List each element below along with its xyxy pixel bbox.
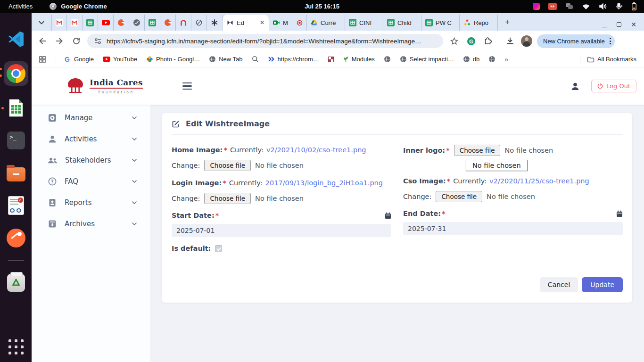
dock-item-trash[interactable] [6,272,26,293]
url-text[interactable]: https://icfnv5-staging.icfn.in/manage-se… [107,38,437,45]
tab-drive[interactable]: Curre [307,15,345,31]
cancel-button[interactable]: Cancel [540,277,578,292]
sidebar-item-manage[interactable]: Manage [32,107,150,128]
sidebar-toggle-button[interactable] [182,82,192,90]
bookmark-db[interactable]: db [463,56,479,63]
calendar-icon[interactable] [385,212,391,219]
address-bar[interactable]: https://icfnv5-staging.icfn.in/manage-se… [87,34,443,48]
microphone-icon[interactable] [616,3,623,10]
field-end-date: End Date:* [403,208,623,235]
bookmarks-overflow-button[interactable]: » [504,56,508,63]
bookmark-globe-icon[interactable] [488,56,495,63]
tab-search-button[interactable] [35,16,48,30]
close-window-icon[interactable]: ✕ [631,21,636,28]
logout-button[interactable]: Log Out [591,80,636,92]
start-date-input[interactable] [172,224,391,237]
dock-item-vscode[interactable] [6,29,26,49]
field-cso-image: Cso Image:* Currently: v2/2020/11/25/cso… [403,175,623,203]
sidebar-item-activities[interactable]: Activities [32,128,150,149]
update-button[interactable]: Update [582,277,623,292]
bookmarks-bar: GGoogle YouTube Photo - Googl… New Tab h… [32,51,644,67]
dock-item-document-viewer[interactable]: e [6,195,26,216]
close-tab-icon[interactable]: ✕ [260,19,264,26]
downloads-icon[interactable] [504,35,516,47]
files-icon [7,167,25,181]
focused-app-indicator[interactable]: Google Chrome [50,3,107,10]
profile-avatar[interactable] [521,35,532,47]
forward-button[interactable] [53,35,66,47]
notifications-icon[interactable] [565,3,573,10]
home-image-link[interactable]: v2/2021/10/02/cso-tree1.png [266,146,366,154]
dock-item-chrome[interactable] [4,61,28,86]
sidebar-item-stakeholders[interactable]: Stakeholders [32,149,150,171]
pinned-tab-youtube[interactable] [98,15,114,31]
reload-button[interactable] [70,35,83,47]
active-tab[interactable]: Ed ✕ [223,15,269,31]
grammarly-icon[interactable]: G [465,35,477,47]
bookmark-youtube[interactable]: YouTube [103,56,137,63]
calendar-icon[interactable] [616,210,623,217]
user-icon[interactable] [570,82,580,91]
pinned-tab-slashed-circle[interactable] [191,15,207,31]
show-applications-button[interactable] [8,339,24,354]
bookmark-globe-icon[interactable] [384,56,391,63]
toolbox-icon[interactable] [533,3,540,10]
tab-pw-sheet[interactable]: PW C [421,15,460,31]
dock-item-libreoffice-calc[interactable] [6,98,26,118]
back-button[interactable] [36,35,49,47]
bookmark-google[interactable]: GGoogle [64,56,94,63]
pinned-tab-gmail[interactable] [67,15,83,31]
tab-child-sheet[interactable]: Child [383,15,421,31]
login-image-choose-file-button[interactable]: Choose file [204,193,251,204]
bookmark-new-tab[interactable]: New Tab [209,56,242,63]
brand-logo[interactable]: India Cares Foundation [66,77,143,96]
bookmark-star-icon[interactable] [448,35,460,47]
chrome-update-button[interactable]: New Chrome available [537,34,615,48]
bookmark-photos[interactable]: Photo - Googl… [146,56,200,63]
inner-logo-choose-file-button[interactable]: Choose file [454,145,501,156]
volume-icon[interactable] [599,3,607,10]
bookmark-modules[interactable]: Modules [343,56,375,63]
sidebar-item-archives[interactable]: Archives [32,213,150,234]
clock[interactable]: Jul 25 16:15 [305,3,339,10]
is-default-checkbox[interactable] [215,245,222,252]
all-bookmarks-button[interactable]: All Bookmarks [587,56,636,63]
pinned-tab-openai[interactable] [207,15,223,31]
pinned-tab-red-arc[interactable] [176,15,191,31]
pinned-tab-gmail[interactable] [51,15,67,31]
apps-grid-icon[interactable] [39,56,46,63]
dock-item-terminal[interactable]: >_ [6,130,26,151]
bookmark-search-icon[interactable] [252,56,259,63]
wifi-icon[interactable] [582,3,590,10]
battery-icon[interactable] [632,2,636,10]
pinned-tab-dark-globe[interactable] [129,15,145,31]
bookmark-chrom-link[interactable]: https://chrom… [268,56,319,63]
screencast-icon[interactable] [548,3,557,10]
end-date-input[interactable] [403,222,623,235]
site-settings-icon[interactable] [94,37,102,45]
sidebar-item-faq[interactable]: ? FAQ [32,171,150,192]
pinned-tab-sheets[interactable] [83,15,98,31]
minimize-icon[interactable] [602,22,607,27]
home-image-choose-file-button[interactable]: Choose file [204,160,251,171]
tab-meet[interactable]: M [269,15,307,31]
bookmark-pattern-icon[interactable] [328,57,334,62]
tab-cini-sheet[interactable]: CINI [345,15,383,31]
bookmark-select-impact[interactable]: Select impacti… [400,56,454,63]
dock-item-files[interactable] [6,163,26,183]
banyan-tree-icon [66,77,85,96]
pinned-tab-orange-app[interactable] [160,15,176,31]
new-tab-button[interactable]: + [501,16,514,29]
dock-item-postman[interactable] [6,228,26,248]
tab-repo[interactable]: Repo [460,15,498,31]
sidebar-item-reports[interactable]: Reports [32,192,150,213]
cso-image-link[interactable]: v2/2020/11/25/cso-tree1.png [489,177,589,185]
pinned-tab-sheets[interactable] [145,15,160,31]
cso-image-choose-file-button[interactable]: Choose file [436,191,482,202]
browser-menu-icon[interactable] [610,38,611,44]
restore-icon[interactable] [617,22,621,27]
pinned-tab-orange-app[interactable] [114,15,129,31]
login-image-link[interactable]: 2017/09/13/login_bg_2iH1oa1.png [265,179,383,187]
extensions-icon[interactable] [482,35,494,47]
activities-button[interactable]: Activities [8,3,33,10]
